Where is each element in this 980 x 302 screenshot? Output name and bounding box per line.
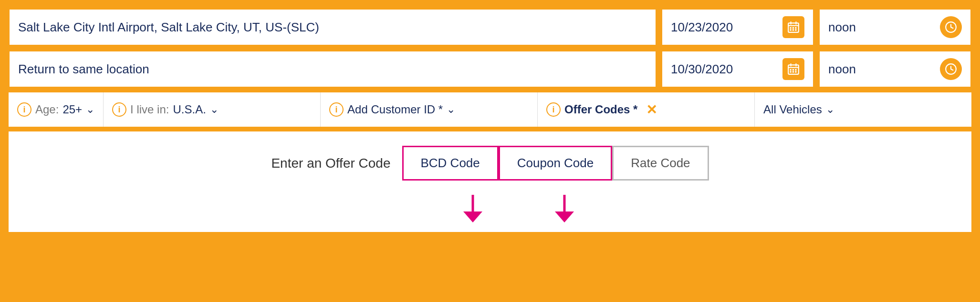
svg-rect-20 [790, 71, 791, 72]
close-icon[interactable]: ✕ [646, 102, 657, 118]
age-info-icon[interactable]: i [17, 102, 31, 117]
offer-codes-filter[interactable]: i Offer Codes * ✕ [538, 92, 755, 127]
customer-id-filter[interactable]: i Add Customer ID * ⌄ [321, 92, 538, 127]
svg-rect-22 [795, 71, 796, 72]
svg-rect-19 [795, 69, 796, 70]
svg-marker-29 [555, 211, 574, 222]
vehicles-label: All Vehicles [763, 103, 822, 116]
coupon-code-button[interactable]: Coupon Code [499, 146, 612, 181]
enter-offer-label: Enter an Offer Code [271, 156, 390, 171]
location-chevron-icon: ⌄ [210, 103, 219, 116]
rate-code-button[interactable]: Rate Code [612, 146, 709, 181]
pickup-date-field[interactable]: 10/23/2020 [661, 9, 814, 46]
pickup-time-text: noon [828, 20, 856, 35]
svg-rect-18 [792, 69, 794, 70]
offer-codes-label: Offer Codes * [564, 103, 637, 116]
calendar-icon[interactable] [782, 16, 804, 38]
pickup-location-field[interactable]: Salt Lake City Intl Airport, Salt Lake C… [9, 9, 657, 46]
return-row: Return to same location 10/30/2020 noon [9, 50, 971, 88]
age-label: Age: [35, 103, 59, 116]
vehicles-filter[interactable]: All Vehicles ⌄ [755, 92, 971, 127]
offer-panel-content: Enter an Offer Code BCD Code Coupon Code… [9, 131, 971, 195]
svg-rect-7 [790, 29, 791, 30]
pickup-date-text: 10/23/2020 [671, 20, 733, 35]
svg-rect-6 [795, 27, 796, 29]
pickup-location-text: Salt Lake City Intl Airport, Salt Lake C… [18, 20, 319, 35]
return-clock-icon[interactable] [940, 58, 962, 80]
pickup-time-field[interactable]: noon [819, 9, 971, 46]
location-filter[interactable]: i I live in: U.S.A. ⌄ [104, 92, 321, 127]
svg-rect-21 [792, 71, 794, 72]
filter-bar: i Age: 25+ ⌄ i I live in: U.S.A. ⌄ i Add… [9, 92, 971, 127]
pickup-row: Salt Lake City Intl Airport, Salt Lake C… [9, 9, 971, 46]
optional-text: * Optional [921, 216, 963, 227]
svg-rect-5 [792, 27, 794, 29]
offer-code-panel: Enter an Offer Code BCD Code Coupon Code… [9, 131, 971, 232]
svg-marker-27 [463, 211, 482, 222]
live-value: U.S.A. [173, 103, 206, 116]
bcd-arrow [461, 195, 485, 223]
svg-line-12 [951, 27, 953, 28]
offer-info-icon[interactable]: i [546, 102, 561, 117]
return-date-field[interactable]: 10/30/2020 [661, 50, 814, 88]
live-label: I live in: [130, 103, 169, 116]
return-location-field[interactable]: Return to same location [9, 50, 657, 88]
bcd-code-button[interactable]: BCD Code [402, 146, 499, 181]
age-chevron-icon: ⌄ [86, 103, 94, 116]
return-time-text: noon [828, 62, 856, 77]
svg-rect-8 [792, 29, 794, 30]
customer-info-icon[interactable]: i [329, 102, 344, 117]
svg-rect-4 [790, 27, 791, 29]
svg-line-25 [951, 69, 953, 70]
svg-rect-17 [790, 69, 791, 70]
customer-chevron-icon: ⌄ [447, 103, 455, 116]
svg-rect-9 [795, 29, 796, 30]
return-calendar-icon[interactable] [782, 58, 804, 80]
location-info-icon[interactable]: i [112, 102, 126, 117]
return-date-text: 10/30/2020 [671, 62, 733, 77]
age-value: 25+ [63, 103, 82, 116]
clock-icon[interactable] [940, 16, 962, 38]
arrows-container [404, 195, 576, 223]
return-time-field[interactable]: noon [819, 50, 971, 88]
customer-label: Add Customer ID * [347, 103, 443, 116]
return-location-text: Return to same location [18, 62, 149, 77]
coupon-arrow [553, 195, 576, 223]
age-filter[interactable]: i Age: 25+ ⌄ [9, 92, 104, 127]
vehicles-chevron-icon: ⌄ [826, 103, 834, 116]
